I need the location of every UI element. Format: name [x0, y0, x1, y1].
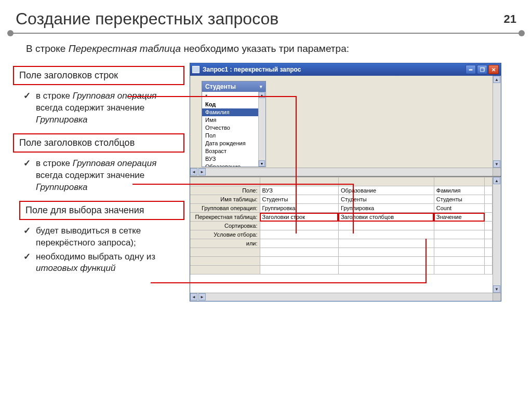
t: всегда содержит значение: [36, 103, 144, 113]
page-number: 21: [504, 12, 516, 26]
grid-cell[interactable]: [485, 222, 493, 230]
grid-cell[interactable]: [260, 257, 338, 266]
grid-cell[interactable]: [485, 239, 493, 248]
card-scrollbar[interactable]: ▲ ▼: [258, 92, 265, 167]
grid-cell[interactable]: [485, 248, 493, 257]
t: Групповая операция: [73, 158, 157, 168]
grid-cell[interactable]: [338, 248, 434, 257]
t: необходимо выбрать одну из: [36, 252, 155, 262]
intro-italic: Перекрестная таблица: [69, 43, 181, 54]
chevron-down-icon[interactable]: ▾: [260, 84, 262, 89]
grid-cell[interactable]: [338, 222, 434, 230]
vscrollbar[interactable]: ▲ ▼: [493, 76, 501, 176]
grid-row-label: [190, 248, 260, 257]
field-row[interactable]: *: [202, 93, 265, 101]
grid-cell[interactable]: [260, 248, 338, 257]
table-card-students[interactable]: Студенты ▾ * Код Фамилия Имя Отчество По…: [202, 81, 266, 167]
maximize-button[interactable]: ❐: [477, 65, 487, 74]
grid-cell[interactable]: [434, 266, 484, 275]
grid-row-label: Поле:: [190, 186, 260, 195]
grid-cell[interactable]: [485, 195, 493, 204]
field-row[interactable]: Образование: [202, 163, 265, 167]
grid-cell[interactable]: [338, 230, 434, 239]
hscrollbar[interactable]: ◄ ►: [190, 168, 493, 176]
grid-row-label: Имя таблицы:: [190, 195, 260, 204]
window-titlebar[interactable]: Запрос1 : перекрестный запрос ━ ❐ ✕: [190, 63, 501, 76]
check-item: в строке Групповая операция всегда содер…: [23, 158, 184, 194]
grid-cell[interactable]: [485, 186, 493, 195]
callout-value-field: Поле для выбора значения: [19, 201, 184, 220]
grid-cell[interactable]: [434, 248, 484, 257]
grid-cell[interactable]: Образование: [338, 186, 434, 195]
t: в строке: [36, 91, 73, 101]
grid-row-label: [190, 266, 260, 275]
scroll-down-icon[interactable]: ▼: [493, 285, 500, 293]
scroll-left-icon[interactable]: ◄: [190, 168, 197, 175]
grid-cell[interactable]: Студенты: [260, 195, 338, 204]
grid-cell[interactable]: [434, 230, 484, 239]
grid-cell[interactable]: [434, 257, 484, 266]
grid-cell[interactable]: ВУЗ: [260, 186, 338, 195]
grid-cell[interactable]: [260, 239, 338, 248]
grid-cell[interactable]: [434, 239, 484, 248]
grid-cell[interactable]: Студенты: [338, 195, 434, 204]
scroll-up-icon[interactable]: ▲: [493, 76, 500, 83]
field-row[interactable]: Код: [202, 101, 265, 108]
minimize-button[interactable]: ━: [466, 65, 476, 74]
grid-cell[interactable]: [485, 266, 493, 275]
grid-cell-cross-rows[interactable]: Заголовки строк: [260, 213, 338, 222]
scroll-down-icon[interactable]: ▼: [259, 160, 265, 167]
t: всегда содержит значение: [36, 170, 144, 180]
field-row[interactable]: Возраст: [202, 147, 265, 155]
scroll-left-icon[interactable]: ◄: [190, 293, 197, 300]
field-row[interactable]: Пол: [202, 132, 265, 140]
grid-cell[interactable]: Студенты: [434, 195, 484, 204]
scroll-up-icon[interactable]: ▲: [259, 92, 265, 98]
design-grid-pane[interactable]: Поле: ВУЗ Образование Фамилия Имя таблиц…: [190, 177, 501, 301]
t: Группировка: [36, 182, 88, 192]
grid-cell[interactable]: [485, 213, 493, 222]
field-row-selected[interactable]: Фамилия: [202, 108, 265, 116]
table-card-header[interactable]: Студенты ▾: [202, 81, 265, 92]
grid-cell[interactable]: [260, 222, 338, 230]
grid-cell[interactable]: [260, 266, 338, 275]
scroll-right-icon[interactable]: ►: [198, 168, 206, 175]
grid-cell-cross-value[interactable]: Значение: [434, 213, 484, 222]
title-divider: [10, 33, 522, 34]
scroll-down-icon[interactable]: ▼: [493, 160, 500, 168]
vscrollbar[interactable]: ▲ ▼: [493, 177, 501, 301]
grid-row-label: Условие отбора:: [190, 230, 260, 239]
grid-cell[interactable]: [485, 230, 493, 239]
close-button[interactable]: ✕: [488, 65, 499, 74]
scroll-right-icon[interactable]: ►: [198, 293, 206, 300]
grid-cell[interactable]: Группировка: [260, 204, 338, 213]
grid-cell[interactable]: [338, 257, 434, 266]
scroll-up-icon[interactable]: ▲: [493, 177, 500, 184]
query-design-grid[interactable]: Поле: ВУЗ Образование Фамилия Имя таблиц…: [190, 177, 493, 275]
query-icon: [192, 66, 200, 73]
tables-pane[interactable]: Студенты ▾ * Код Фамилия Имя Отчество По…: [190, 76, 501, 177]
grid-cell-cross-cols[interactable]: Заголовки столбцов: [338, 213, 434, 222]
grid-cell[interactable]: [434, 222, 484, 230]
t: итоговых функций: [36, 263, 115, 273]
grid-cell[interactable]: [338, 239, 434, 248]
grid-cell[interactable]: [338, 266, 434, 275]
field-row[interactable]: Имя: [202, 116, 265, 124]
intro-text: В строке Перекрестная таблица необходимо…: [26, 43, 511, 54]
field-row[interactable]: ВУЗ: [202, 155, 265, 163]
grid-cell[interactable]: [485, 257, 493, 266]
grid-cell[interactable]: Фамилия: [434, 186, 484, 195]
callout-col-headers: Поле заголовков столбцов: [13, 133, 184, 153]
hscrollbar[interactable]: ◄ ►: [190, 293, 493, 301]
grid-cell[interactable]: [260, 230, 338, 239]
page-title: Создание перекрестных запросов: [16, 9, 504, 29]
t: Группировка: [36, 115, 88, 125]
grid-cell[interactable]: Группировка: [338, 204, 434, 213]
grid-cell[interactable]: [485, 204, 493, 213]
table-card-fields[interactable]: * Код Фамилия Имя Отчество Пол Дата рожд…: [202, 92, 265, 167]
grid-cell[interactable]: Count: [434, 204, 484, 213]
grid-row-label: Сортировка:: [190, 222, 260, 230]
callout-row-headers: Поле заголовков строк: [13, 66, 184, 85]
field-row[interactable]: Дата рождения: [202, 140, 265, 147]
field-row[interactable]: Отчество: [202, 124, 265, 132]
